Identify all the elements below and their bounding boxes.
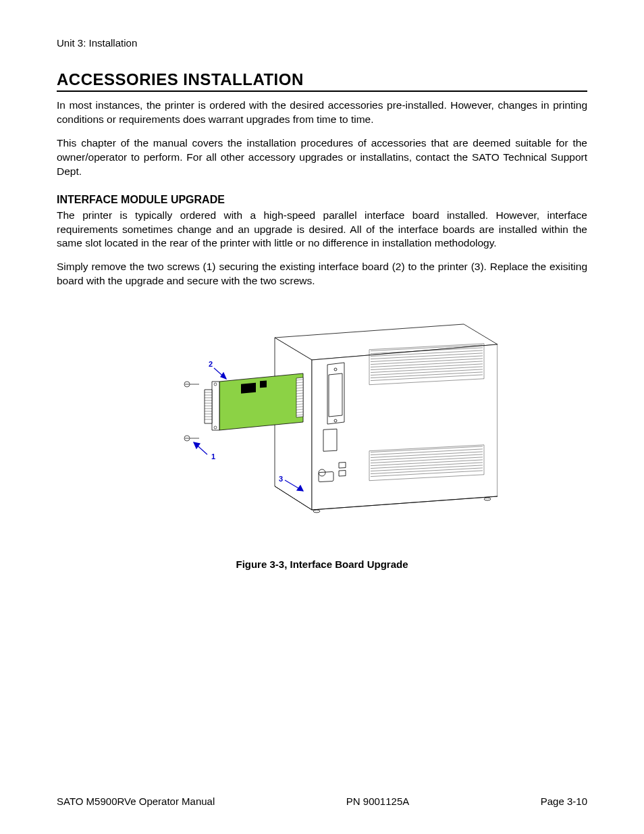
callout-3: 3 — [279, 475, 283, 483]
svg-marker-69 — [221, 373, 226, 379]
svg-point-60 — [214, 383, 217, 386]
subsection-heading: INTERFACE MODULE UPGRADE — [57, 194, 587, 206]
svg-rect-58 — [241, 383, 256, 394]
body-paragraph-4: Simply remove the two screws (1) securin… — [57, 260, 587, 288]
intro-paragraph-2: This chapter of the manual covers the in… — [57, 136, 587, 179]
body-paragraph-3: The printer is typically ordered with a … — [57, 209, 587, 251]
svg-point-61 — [214, 426, 217, 429]
svg-rect-59 — [260, 381, 267, 388]
intro-paragraph-1: In most instances, the printer is ordere… — [57, 99, 587, 127]
unit-header: Unit 3: Installation — [57, 37, 587, 49]
callout-2: 2 — [209, 360, 213, 368]
interface-board-diagram: 2 1 3 — [146, 307, 498, 544]
footer-right: Page 3-10 — [541, 796, 587, 807]
footer-left: SATO M5900RVe Operator Manual — [57, 796, 215, 807]
figure-caption: Figure 3-3, Interface Board Upgrade — [57, 558, 587, 570]
section-title: ACCESSORIES INSTALLATION — [57, 70, 587, 92]
figure-container: 2 1 3 Figure 3-3, Interface Board Upgrad… — [57, 307, 587, 570]
svg-point-1 — [484, 498, 491, 500]
callout-1: 1 — [211, 452, 215, 461]
document-page: Unit 3: Installation ACCESSORIES INSTALL… — [0, 0, 644, 834]
footer-center: PN 9001125A — [346, 796, 409, 807]
svg-point-0 — [313, 510, 320, 513]
page-footer: SATO M5900RVe Operator Manual PN 9001125… — [57, 796, 587, 807]
